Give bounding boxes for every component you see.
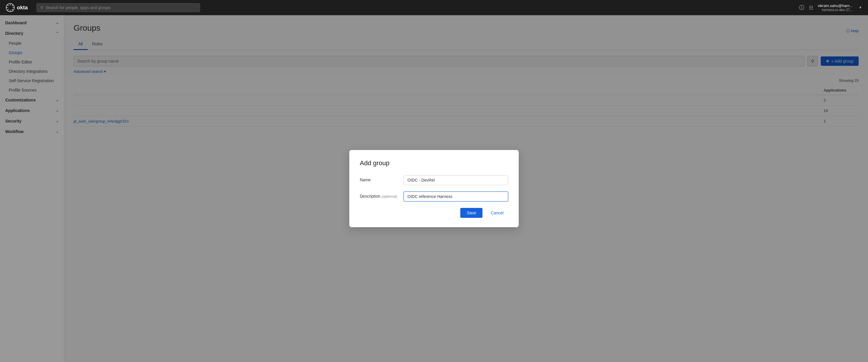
svg-line-5 — [8, 5, 9, 6]
save-button[interactable]: Save — [460, 208, 483, 218]
svg-line-7 — [12, 5, 13, 6]
okta-logo-icon — [6, 3, 14, 12]
user-menu[interactable]: vikram.sahu@harn... harness.io-dev-27... — [818, 3, 853, 12]
description-label: Description (optional) — [360, 192, 398, 199]
okta-logo[interactable]: okta — [6, 3, 28, 12]
name-field-row: Name — [360, 175, 508, 185]
help-icon[interactable]: ⓘ — [799, 4, 804, 11]
global-search-box[interactable]: ⚲ — [36, 3, 200, 12]
user-menu-chevron-icon: ▼ — [859, 5, 862, 10]
search-icon: ⚲ — [40, 5, 43, 10]
cancel-button[interactable]: Cancel — [486, 208, 508, 218]
topnav-right-section: ⓘ ☷ vikram.sahu@harn... harness.io-dev-2… — [799, 3, 862, 12]
grid-apps-icon[interactable]: ☷ — [809, 5, 813, 10]
svg-line-8 — [8, 9, 9, 10]
user-org: harness.io-dev-27... — [822, 8, 853, 12]
svg-line-6 — [12, 9, 13, 10]
top-navigation: okta ⚲ ⓘ ☷ vikram.sahu@harn... harness.i… — [0, 0, 868, 15]
okta-brand-name: okta — [17, 5, 28, 11]
modal-overlay[interactable]: Add group Name Description (optional) Sa… — [0, 15, 868, 362]
description-input[interactable] — [404, 192, 508, 201]
name-input[interactable] — [404, 175, 508, 185]
optional-label: (optional) — [381, 194, 397, 199]
modal-title: Add group — [360, 159, 508, 167]
global-search-input[interactable] — [45, 5, 196, 10]
description-field-row: Description (optional) — [360, 192, 508, 201]
name-label: Name — [360, 175, 398, 182]
add-group-modal: Add group Name Description (optional) Sa… — [349, 150, 519, 227]
modal-actions: Save Cancel — [360, 208, 508, 218]
user-name: vikram.sahu@harn... — [818, 3, 853, 8]
